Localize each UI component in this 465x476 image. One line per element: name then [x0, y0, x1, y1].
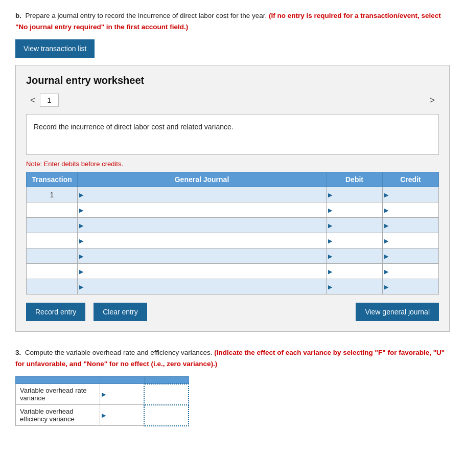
debit-cell-6[interactable]: [327, 279, 383, 294]
variance-label-1: Variable overhead efficiency variance: [16, 405, 100, 426]
description-box: Record the incurrence of direct labor co…: [26, 114, 439, 155]
record-entry-button[interactable]: Record entry: [26, 303, 85, 321]
col-header-transaction: Transaction: [27, 172, 78, 187]
section-b-warning: (If no entry is required for a transacti…: [15, 12, 441, 31]
debit-input-5[interactable]: [327, 264, 382, 279]
journal-cell-2[interactable]: [78, 218, 327, 233]
variance-table: Variable overhead rate varianceVariable …: [15, 376, 189, 426]
journal-table: Transaction General Journal Debit Credit…: [26, 172, 439, 294]
variance-effect-cell-0[interactable]: [144, 384, 189, 405]
credit-cell-5[interactable]: [383, 264, 439, 279]
view-transaction-button[interactable]: View transaction list: [15, 39, 95, 58]
variance-effect-input-1[interactable]: [145, 405, 188, 425]
journal-cell-6[interactable]: [78, 279, 327, 294]
debits-note: Note: Enter debits before credits.: [26, 160, 439, 168]
credit-cell-4[interactable]: [383, 248, 439, 264]
variance-effect-input-0[interactable]: [145, 384, 188, 404]
variance-amount-input-1[interactable]: [100, 405, 144, 425]
tab-prev-button[interactable]: <: [26, 94, 40, 107]
debit-cell-3[interactable]: [327, 233, 383, 248]
worksheet-title: Journal entry worksheet: [26, 75, 439, 86]
tab-navigation: < 1 >: [26, 94, 439, 107]
debit-input-1[interactable]: [327, 202, 382, 217]
col-header-debit: Debit: [327, 172, 383, 187]
journal-input-6[interactable]: [78, 279, 326, 294]
debit-cell-5[interactable]: [327, 264, 383, 279]
variance-col-header-effect: [144, 377, 189, 384]
tab-1[interactable]: 1: [40, 94, 59, 107]
journal-input-0[interactable]: [78, 187, 326, 202]
transaction-cell-4: [27, 248, 78, 264]
variance-effect-cell-1[interactable]: [144, 405, 189, 426]
action-buttons: Record entry Clear entry View general jo…: [26, 303, 439, 321]
transaction-cell-1: [27, 202, 78, 218]
debit-cell-0[interactable]: [327, 187, 383, 202]
variance-amount-cell-1[interactable]: [100, 405, 145, 426]
credit-input-0[interactable]: [383, 187, 438, 202]
journal-worksheet: Journal entry worksheet < 1 > Record the…: [15, 65, 450, 332]
col-header-general-journal: General Journal: [78, 172, 327, 187]
journal-cell-1[interactable]: [78, 202, 327, 218]
tab-next-button[interactable]: >: [425, 94, 439, 107]
variance-amount-cell-0[interactable]: [100, 384, 145, 405]
debit-cell-4[interactable]: [327, 248, 383, 264]
view-general-journal-button[interactable]: View general journal: [356, 303, 439, 321]
variance-col-header-amount: [100, 377, 145, 384]
section-b-instruction: b. Prepare a journal entry to record the…: [15, 10, 450, 32]
journal-input-4[interactable]: [78, 248, 326, 263]
transaction-cell-5: [27, 264, 78, 279]
debit-input-0[interactable]: [327, 187, 382, 202]
credit-cell-3[interactable]: [383, 233, 439, 248]
variance-amount-input-0[interactable]: [100, 384, 144, 404]
transaction-cell-6: [27, 279, 78, 294]
description-text: Record the incurrence of direct labor co…: [34, 123, 234, 131]
clear-entry-button[interactable]: Clear entry: [94, 303, 147, 321]
journal-input-1[interactable]: [78, 202, 326, 217]
credit-input-1[interactable]: [383, 202, 438, 217]
credit-input-3[interactable]: [383, 233, 438, 248]
debit-cell-2[interactable]: [327, 218, 383, 233]
section-b: b. Prepare a journal entry to record the…: [15, 10, 450, 332]
credit-cell-1[interactable]: [383, 202, 439, 218]
credit-cell-2[interactable]: [383, 218, 439, 233]
credit-cell-0[interactable]: [383, 187, 439, 202]
credit-input-4[interactable]: [383, 248, 438, 263]
journal-input-3[interactable]: [78, 233, 326, 248]
debit-input-3[interactable]: [327, 233, 382, 248]
col-header-credit: Credit: [383, 172, 439, 187]
credit-input-6[interactable]: [383, 279, 438, 294]
transaction-cell-0: 1: [27, 187, 78, 202]
credit-input-5[interactable]: [383, 264, 438, 279]
journal-input-5[interactable]: [78, 264, 326, 279]
journal-cell-5[interactable]: [78, 264, 327, 279]
variance-col-header-label: [16, 377, 100, 384]
section-3: 3. Compute the variable overhead rate an…: [15, 347, 450, 426]
transaction-cell-3: [27, 233, 78, 248]
credit-input-2[interactable]: [383, 218, 438, 233]
debit-input-6[interactable]: [327, 279, 382, 294]
transaction-cell-2: [27, 218, 78, 233]
journal-cell-0[interactable]: [78, 187, 327, 202]
journal-input-2[interactable]: [78, 218, 326, 233]
debit-input-2[interactable]: [327, 218, 382, 233]
section-3-instruction: 3. Compute the variable overhead rate an…: [15, 347, 450, 369]
debit-input-4[interactable]: [327, 248, 382, 263]
debit-cell-1[interactable]: [327, 202, 383, 218]
journal-cell-3[interactable]: [78, 233, 327, 248]
variance-label-0: Variable overhead rate variance: [16, 384, 100, 405]
credit-cell-6[interactable]: [383, 279, 439, 294]
journal-cell-4[interactable]: [78, 248, 327, 264]
section-3-warning: (Indicate the effect of each variance by…: [15, 349, 445, 368]
